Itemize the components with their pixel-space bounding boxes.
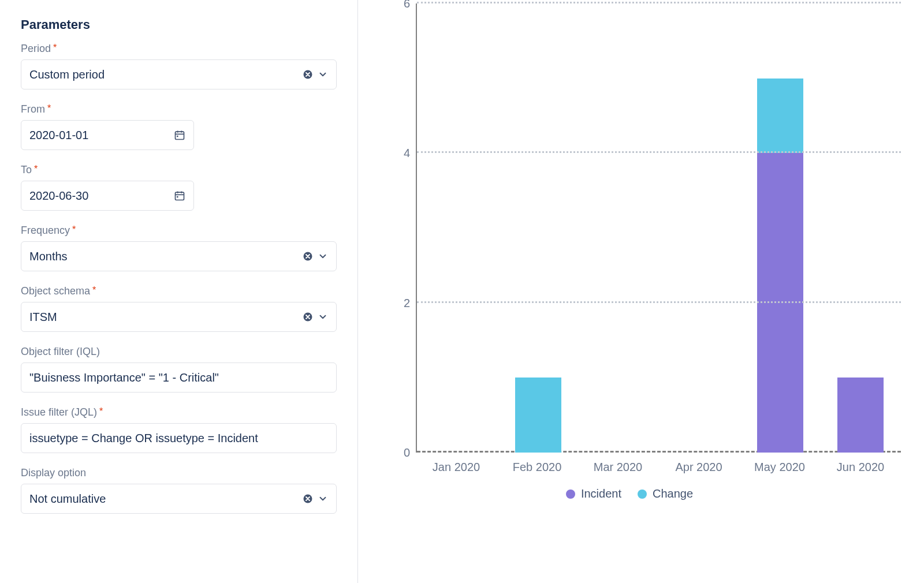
legend-label: Incident xyxy=(581,487,621,500)
period-select-value: Custom period xyxy=(29,68,105,81)
legend-item-incident[interactable]: Incident xyxy=(566,487,621,500)
from-date-input[interactable]: 2020-01-01 xyxy=(21,120,194,150)
chart-legend: IncidentChange xyxy=(358,487,901,500)
chart-y-tick-label: 0 xyxy=(393,446,410,459)
clear-icon[interactable] xyxy=(303,494,313,504)
display-option-select-value: Not cumulative xyxy=(29,492,106,506)
required-asterisk: * xyxy=(53,43,57,53)
to-date-input[interactable]: 2020-06-30 xyxy=(21,181,194,211)
chart-wrap: 0246 Jan 2020Feb 2020Mar 2020Apr 2020May… xyxy=(358,0,901,560)
field-object-filter-label: Object filter (IQL) xyxy=(21,346,337,358)
chart-x-tick-label: Jun 2020 xyxy=(837,461,884,474)
field-from-label-text: From xyxy=(21,103,45,115)
field-object-schema-label: Object schema * xyxy=(21,285,337,297)
field-to-label-text: To xyxy=(21,164,32,176)
period-select[interactable]: Custom period xyxy=(21,59,337,89)
field-to-label: To * xyxy=(21,164,337,176)
chart-bar-slot xyxy=(820,3,901,453)
field-object-filter-label-text: Object filter (IQL) xyxy=(21,346,100,358)
chart-bars xyxy=(417,3,901,453)
legend-item-change[interactable]: Change xyxy=(638,487,693,500)
field-to: To * 2020-06-30 xyxy=(21,164,337,211)
field-from: From * 2020-01-01 xyxy=(21,103,337,150)
svg-rect-4 xyxy=(177,196,178,198)
svg-rect-3 xyxy=(176,192,184,200)
chart-y-tick-label: 6 xyxy=(393,0,410,10)
field-period: Period * Custom period xyxy=(21,43,337,89)
field-frequency-label-text: Frequency xyxy=(21,225,70,237)
chart-x-tick-label: Feb 2020 xyxy=(513,461,562,474)
field-issue-filter-label: Issue filter (JQL) * xyxy=(21,406,337,418)
calendar-icon[interactable] xyxy=(174,129,185,141)
legend-label: Change xyxy=(653,487,693,500)
chart-bar-slot xyxy=(498,3,579,453)
parameters-panel: Parameters Period * Custom period xyxy=(0,0,358,583)
required-asterisk: * xyxy=(92,286,96,295)
field-issue-filter-label-text: Issue filter (JQL) xyxy=(21,406,97,418)
chart-y-tick-label: 4 xyxy=(393,147,410,160)
clear-icon[interactable] xyxy=(303,312,313,322)
chart-bar-stack[interactable] xyxy=(515,378,561,453)
issue-filter-value: issuetype = Change OR issuetype = Incide… xyxy=(29,432,258,445)
chart-bar-stack[interactable] xyxy=(837,378,884,453)
svg-rect-2 xyxy=(177,136,178,137)
chart-plot-area xyxy=(416,3,901,453)
chart-gridline xyxy=(417,301,901,303)
parameters-title: Parameters xyxy=(21,17,337,32)
chart-x-tick-label: Apr 2020 xyxy=(675,461,722,474)
chart-bar-slot xyxy=(740,3,821,453)
chevron-down-icon[interactable] xyxy=(318,69,328,80)
chart-bar-segment-incident[interactable] xyxy=(837,378,884,453)
required-asterisk: * xyxy=(34,165,38,174)
required-asterisk: * xyxy=(72,225,76,234)
field-display-option: Display option Not cumulative xyxy=(21,467,337,514)
chart-bar-slot xyxy=(578,3,659,453)
chart-gridline xyxy=(417,151,901,153)
chevron-down-icon[interactable] xyxy=(318,251,328,261)
field-display-option-label-text: Display option xyxy=(21,467,86,479)
clear-icon[interactable] xyxy=(303,69,313,80)
chart-bar-segment-change[interactable] xyxy=(515,378,561,453)
object-schema-select-value: ITSM xyxy=(29,311,57,324)
chevron-down-icon[interactable] xyxy=(318,494,328,504)
calendar-icon[interactable] xyxy=(174,190,185,201)
chevron-down-icon[interactable] xyxy=(318,312,328,322)
object-schema-select[interactable]: ITSM xyxy=(21,302,337,332)
clear-icon[interactable] xyxy=(303,251,313,261)
app-root: Parameters Period * Custom period xyxy=(0,0,924,583)
display-option-select[interactable]: Not cumulative xyxy=(21,484,337,514)
chart-bar-slot xyxy=(659,3,740,453)
chart-panel: 0246 Jan 2020Feb 2020Mar 2020Apr 2020May… xyxy=(358,0,924,583)
chart-bar-stack[interactable] xyxy=(757,79,803,453)
issue-filter-input[interactable]: issuetype = Change OR issuetype = Incide… xyxy=(21,423,337,453)
chart-x-tick-label: Mar 2020 xyxy=(594,461,643,474)
field-period-label-text: Period xyxy=(21,43,51,55)
object-filter-value: "Buisness Importance" = "1 - Critical" xyxy=(29,371,219,384)
field-frequency: Frequency * Months xyxy=(21,225,337,271)
field-object-schema-label-text: Object schema xyxy=(21,285,90,297)
field-object-filter: Object filter (IQL) "Buisness Importance… xyxy=(21,346,337,393)
object-filter-input[interactable]: "Buisness Importance" = "1 - Critical" xyxy=(21,362,337,393)
required-asterisk: * xyxy=(99,407,103,416)
chart-y-tick-label: 2 xyxy=(393,296,410,309)
chart-gridline xyxy=(417,2,901,3)
required-asterisk: * xyxy=(47,104,51,113)
from-date-value: 2020-01-01 xyxy=(29,129,88,142)
field-period-label: Period * xyxy=(21,43,337,55)
to-date-value: 2020-06-30 xyxy=(29,189,88,203)
chart-bar-segment-change[interactable] xyxy=(757,79,803,154)
field-issue-filter: Issue filter (JQL) * issuetype = Change … xyxy=(21,406,337,453)
frequency-select[interactable]: Months xyxy=(21,241,337,271)
field-display-option-label: Display option xyxy=(21,467,337,479)
legend-swatch xyxy=(638,489,647,499)
svg-rect-1 xyxy=(176,132,184,139)
chart-bar-segment-incident[interactable] xyxy=(757,153,803,453)
frequency-select-value: Months xyxy=(29,250,68,263)
field-from-label: From * xyxy=(21,103,337,115)
legend-swatch xyxy=(566,489,575,499)
chart-bar-slot xyxy=(417,3,498,453)
field-frequency-label: Frequency * xyxy=(21,225,337,237)
chart-x-tick-label: Jan 2020 xyxy=(433,461,480,474)
chart-x-tick-label: May 2020 xyxy=(754,461,805,474)
field-object-schema: Object schema * ITSM xyxy=(21,285,337,332)
